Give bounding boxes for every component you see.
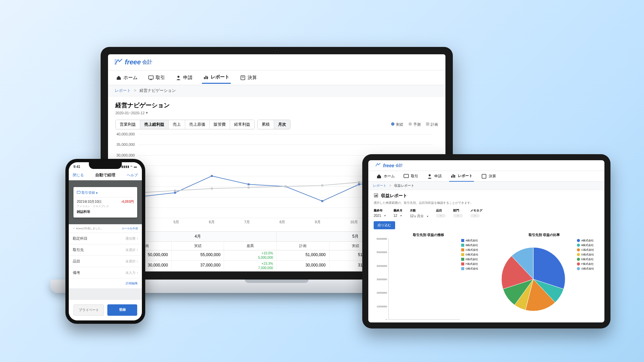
nav-requests[interactable]: 申請 xyxy=(174,72,194,83)
nav-requests-label: 申請 xyxy=(183,75,193,81)
chart-icon xyxy=(450,173,456,178)
tablet-title-text: 収益レポート xyxy=(381,193,407,199)
legend-item: A株式会社 xyxy=(461,239,483,242)
metric-segmented: 営業利益 売上総利益 売上 売上原価 販管費 経常利益 xyxy=(115,120,255,129)
nav-home[interactable]: ホーム xyxy=(115,72,139,83)
metric-sales[interactable]: 売上 xyxy=(169,120,185,129)
register-button[interactable]: 登録 xyxy=(107,304,137,316)
metric-ordinary-profit[interactable]: 経常利益 xyxy=(230,120,254,129)
home-icon xyxy=(116,75,121,80)
tablet-page-title: 収益レポート xyxy=(374,193,599,199)
tablet-nav-home[interactable]: ホーム xyxy=(375,171,396,182)
tablet-charts-row: 取引先別 収益の推移 60000005000000400000030000002… xyxy=(374,233,599,320)
create-rule-link[interactable]: ルールを作成 xyxy=(122,227,138,230)
col-plan-2: 計画 xyxy=(277,242,329,250)
info-row: ✓ freeeが作成しました。 ルールを作成 xyxy=(69,224,142,233)
status-time: 9:41 xyxy=(73,165,80,169)
filter-select[interactable]: 12ヶ月分 ▼ xyxy=(410,214,429,219)
detail-edit-row: 詳細編集 xyxy=(69,279,142,288)
card-row1: 2021年10月10日 -4,093円 xyxy=(77,197,134,204)
private-button[interactable]: プライベート xyxy=(73,304,104,316)
date-range-selector[interactable]: 2020-01~2020-12 ▾ xyxy=(115,111,438,115)
filter-select[interactable]: × xyxy=(453,214,463,218)
xtick: 9月 xyxy=(315,220,321,225)
detail-edit-link[interactable]: 詳細編集 xyxy=(126,282,138,285)
transaction-card: 取引登録 ▾ 2021年10月10日 -4,093円 アメリカン・エキスプレス … xyxy=(73,187,137,218)
mode-cumulative[interactable]: 累積 xyxy=(258,120,274,129)
tablet-nav-report[interactable]: レポート xyxy=(449,170,474,182)
page-title: 経営ナビゲーション xyxy=(115,101,438,109)
nav-transactions[interactable]: 取引 xyxy=(147,72,166,83)
bar-chart-yaxis: 6000000500000040000003000000200000010000… xyxy=(374,239,388,320)
filter-最終年: 最終年2021 ▼ xyxy=(374,208,386,219)
chevron-down-icon: ▾ xyxy=(96,191,98,195)
nav-home-label: ホーム xyxy=(123,75,138,81)
breadcrumb-root[interactable]: レポート xyxy=(115,88,131,93)
svg-rect-16 xyxy=(358,183,360,185)
battery-icon: ▬ xyxy=(134,165,137,168)
filter-select[interactable]: 12 ▼ xyxy=(393,214,402,218)
phone-screen: 9:41 ▮▮▮▮ ⌔ ▬ 閉じる 自動で経理 ヘルプ 取引登録 ▾ xyxy=(69,162,142,320)
chevron-down-icon: ▾ xyxy=(146,111,148,115)
legend-item: G株式会社 xyxy=(461,267,483,270)
xtick: 10月 xyxy=(350,220,358,225)
card-memo: 雑誌料等 xyxy=(77,209,134,214)
metric-sga[interactable]: 販管費 xyxy=(210,120,230,129)
list-item[interactable]: 品目未選択 › xyxy=(69,256,142,267)
tablet-device: freee 会計 ホーム 取引 申請 レポート 決算 レポート > 収益レポート… xyxy=(362,154,610,328)
card-carousel[interactable]: 取引登録 ▾ 2021年10月10日 -4,093円 アメリカン・エキスプレス … xyxy=(69,180,142,224)
filter-select[interactable]: × xyxy=(436,214,446,218)
apply-filter-button[interactable]: 絞り込む xyxy=(374,221,395,229)
tablet-nav-transactions[interactable]: 取引 xyxy=(402,171,420,182)
bar-chart-title: 取引先別 収益の推移 xyxy=(374,233,483,237)
legend-item: F株式会社 xyxy=(461,262,483,266)
list-item[interactable]: 取引先未選択 › xyxy=(69,244,142,256)
tablet-subtitle: 選択した検索範囲の、取引先別、品目別収益を確認することができます。 xyxy=(374,201,599,205)
svg-point-31 xyxy=(429,174,431,176)
breadcrumb-root[interactable]: レポート xyxy=(373,184,386,187)
legend-plan-label: 計画 xyxy=(431,122,438,126)
chevron-right-icon: › xyxy=(137,271,138,275)
svg-rect-23 xyxy=(284,185,286,187)
legend-item: C株式会社 xyxy=(577,248,599,252)
metric-cogs[interactable]: 売上原価 xyxy=(185,120,210,129)
phone-bezel: 9:41 ▮▮▮▮ ⌔ ▬ 閉じる 自動で経理 ヘルプ 取引登録 ▾ xyxy=(65,159,145,324)
chart-icon xyxy=(203,74,209,80)
nav-report[interactable]: レポート xyxy=(202,71,231,84)
nav-label: 申請 xyxy=(434,174,442,179)
person-icon xyxy=(427,174,432,179)
monitor-icon xyxy=(148,75,154,80)
mode-monthly[interactable]: 月次 xyxy=(274,120,290,129)
svg-rect-39 xyxy=(377,195,377,196)
col-actual-1: 実績 xyxy=(172,242,224,250)
nav-settlement[interactable]: 決算 xyxy=(239,72,258,83)
metric-gross-profit[interactable]: 売上総利益 xyxy=(140,120,169,129)
breadcrumb: レポート > 経営ナビゲーション xyxy=(108,85,445,97)
legend-forecast-dot xyxy=(409,122,412,126)
list-item[interactable]: 勘定科目通信費 › xyxy=(69,233,142,244)
filter-row: 営業利益 売上総利益 売上 売上原価 販管費 経常利益 累積 月次 実績 予測 xyxy=(115,120,438,129)
chevron-right-icon: › xyxy=(137,259,138,263)
tablet-nav-settlement[interactable]: 決算 xyxy=(480,171,497,182)
svg-rect-2 xyxy=(150,79,152,80)
legend-forecast-label: 予測 xyxy=(413,122,421,126)
legend-item: C株式会社 xyxy=(461,248,483,252)
phone-list: ✓ freeeが作成しました。 ルールを作成 勘定科目通信費 ›取引先未選択 ›… xyxy=(69,224,142,288)
svg-rect-33 xyxy=(453,174,454,178)
legend-item: D株式会社 xyxy=(577,253,599,256)
tablet-brand-name: freee xyxy=(383,163,394,168)
card-tag[interactable]: 取引登録 ▾ xyxy=(77,190,134,195)
metric-operating-profit[interactable]: 営業利益 xyxy=(116,120,140,129)
svg-rect-15 xyxy=(321,200,323,202)
filter-select[interactable]: × xyxy=(470,214,482,218)
laptop-camera xyxy=(275,50,278,53)
xtick: 6月 xyxy=(209,220,215,225)
nav-label: 決算 xyxy=(489,174,496,179)
help-button[interactable]: ヘルプ xyxy=(127,173,138,178)
close-button[interactable]: 閉じる xyxy=(73,173,84,178)
list-item[interactable]: 備考未入力 › xyxy=(69,267,142,279)
filter-select[interactable]: 2021 ▼ xyxy=(374,214,386,218)
bar-chart-plot xyxy=(388,239,460,320)
breadcrumb-current: 経営ナビゲーション xyxy=(140,88,176,93)
tablet-nav-requests[interactable]: 申請 xyxy=(426,171,443,182)
